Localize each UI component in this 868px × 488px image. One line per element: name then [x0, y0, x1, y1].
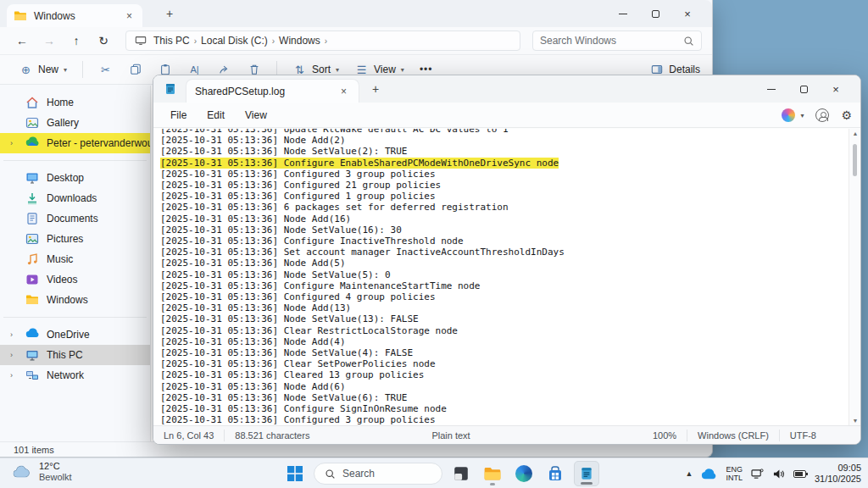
sidebar-item-windows[interactable]: Windows: [0, 290, 150, 310]
sidebar-item-peter-petervanderwoude-nl-corp[interactable]: ›Peter - petervanderwoude.nl corp: [0, 133, 150, 153]
sidebar-item-label: Documents: [47, 213, 98, 225]
line-ending-label: Windows (CRLF): [687, 430, 780, 441]
log-line: [2025-10-31 05:13:36] Node SetValue(13):…: [160, 313, 849, 324]
onedrive-corp-icon: [25, 136, 39, 150]
sidebar-item-pictures[interactable]: Pictures: [0, 229, 150, 249]
log-line: [2025-10-31 05:13:36] 6 packages set for…: [160, 202, 849, 213]
minimize-button[interactable]: [607, 0, 639, 27]
gear-icon[interactable]: ⚙: [841, 108, 852, 122]
new-tab-button[interactable]: +: [166, 7, 173, 20]
character-count-label: 88.521 characters: [225, 430, 320, 441]
language-indicator[interactable]: ENG INTL: [726, 465, 743, 482]
tab-close-icon[interactable]: ×: [123, 10, 136, 22]
sidebar-item-downloads[interactable]: Downloads: [0, 188, 150, 208]
menu-view[interactable]: View: [235, 106, 277, 125]
zoom-level-label: 100%: [643, 430, 687, 441]
log-line: [2025-10-31 05:13:36] Node Add(13): [160, 302, 849, 313]
sidebar-item-label: Peter - petervanderwoude.nl corp: [47, 137, 151, 149]
log-line: [2025-10-31 05:13:36] Update RtcWake def…: [160, 129, 849, 135]
back-icon[interactable]: ←: [10, 30, 34, 51]
document-type-label: Plain text: [421, 430, 480, 441]
maximize-button[interactable]: [787, 75, 820, 103]
battery-icon[interactable]: [793, 470, 806, 478]
breadcrumb-segment[interactable]: Local Disk (C:): [197, 35, 272, 47]
active-indicator: [581, 482, 593, 485]
refresh-icon[interactable]: ↻: [92, 30, 115, 51]
music-icon: [25, 252, 39, 266]
sidebar-item-home[interactable]: Home: [0, 92, 150, 113]
scroll-down-icon[interactable]: ▼: [849, 418, 861, 424]
sidebar-item-desktop[interactable]: Desktop: [0, 168, 150, 188]
edge-taskbar-icon[interactable]: [511, 461, 537, 486]
close-button[interactable]: ×: [820, 75, 852, 103]
sidebar-item-this-pc[interactable]: ›This PC: [0, 345, 150, 365]
up-icon[interactable]: ↑: [64, 30, 88, 51]
expand-chevron-icon[interactable]: ›: [10, 351, 13, 359]
expand-chevron-icon[interactable]: ›: [10, 371, 13, 380]
notepad-tab[interactable]: SharedPCSetup.log ×: [186, 79, 359, 103]
log-line: [2025-10-31 05:13:36] Clear RestrictLoca…: [160, 325, 849, 336]
expand-chevron-icon[interactable]: ›: [10, 139, 13, 147]
hidden-icons-chevron[interactable]: ▲: [686, 469, 693, 478]
breadcrumb-segment[interactable]: This PC: [149, 35, 194, 47]
log-line: [2025-10-31 05:13:36] Cleared 13 group p…: [160, 369, 849, 380]
copilot-icon[interactable]: [782, 108, 795, 122]
downloads-icon: [25, 191, 39, 205]
log-line: [2025-10-31 05:13:36] Configure Maintena…: [160, 280, 849, 291]
maximize-button[interactable]: [639, 0, 671, 27]
scrollbar-thumb[interactable]: [853, 144, 857, 176]
forward-icon[interactable]: →: [37, 30, 61, 51]
file-explorer-taskbar-icon[interactable]: [480, 461, 505, 486]
log-line: [2025-10-31 05:13:36] Node Add(16): [160, 214, 849, 225]
notepad-text-area[interactable]: [2025-10-31 05:13:36] Update RtcWake def…: [153, 129, 849, 425]
sidebar-item-documents[interactable]: Documents: [0, 208, 150, 229]
explorer-search-box[interactable]: Search Windows: [532, 30, 702, 51]
minimize-button[interactable]: [755, 75, 787, 103]
weather-widget[interactable]: 12°C Bewolkt: [12, 461, 72, 483]
sidebar-item-onedrive[interactable]: ›OneDrive: [0, 324, 150, 345]
log-line: [2025-10-31 05:13:36] Configure EnableSh…: [160, 158, 849, 169]
new-button[interactable]: ⊕ New ▾: [12, 59, 74, 80]
breadcrumb-separator-icon[interactable]: ›: [325, 36, 327, 46]
sidebar-item-label: Home: [47, 97, 74, 108]
sidebar-item-gallery[interactable]: Gallery: [0, 113, 150, 133]
start-button[interactable]: [282, 461, 308, 486]
notepad-taskbar-icon[interactable]: [574, 461, 599, 486]
menu-file[interactable]: File: [160, 106, 197, 125]
cut-button[interactable]: ✂: [92, 59, 120, 80]
copy-button[interactable]: [121, 59, 149, 80]
address-bar[interactable]: This PC›Local Disk (C:)›Windows›: [125, 30, 520, 51]
notepad-app-icon: [164, 82, 177, 96]
more-options-button[interactable]: •••: [413, 64, 440, 75]
onedrive-icon: [25, 328, 39, 341]
task-view-button[interactable]: [448, 461, 474, 486]
breadcrumb-segment[interactable]: Windows: [275, 35, 325, 47]
network-icon[interactable]: [751, 469, 764, 480]
this-pc-icon: [133, 34, 147, 48]
onedrive-tray-icon[interactable]: [701, 469, 717, 480]
volume-icon[interactable]: [772, 469, 785, 480]
sidebar-item-network[interactable]: ›Network: [0, 365, 150, 385]
tab-close-icon[interactable]: ×: [337, 86, 350, 97]
home-icon: [25, 96, 39, 109]
explorer-window-controls: ×: [607, 0, 704, 27]
chevron-down-icon[interactable]: ▾: [800, 112, 804, 119]
taskbar-search-box[interactable]: Search: [314, 463, 442, 485]
close-button[interactable]: ×: [671, 0, 704, 27]
scroll-up-icon[interactable]: ▲: [849, 130, 861, 136]
explorer-search-placeholder: Search Windows: [540, 35, 683, 47]
account-icon[interactable]: [815, 108, 829, 122]
vertical-scrollbar[interactable]: ▲ ▼: [849, 129, 860, 425]
explorer-tab-windows[interactable]: Windows ×: [7, 4, 142, 27]
log-line: [2025-10-31 05:13:36] Node Add(2): [160, 135, 849, 146]
new-tab-button[interactable]: +: [372, 82, 379, 96]
sidebar-item-music[interactable]: Music: [0, 249, 150, 269]
expand-chevron-icon[interactable]: ›: [10, 330, 13, 339]
sidebar-item-videos[interactable]: Videos: [0, 269, 150, 290]
store-taskbar-icon[interactable]: [542, 461, 568, 486]
menu-edit[interactable]: Edit: [197, 106, 235, 125]
new-button-label: New: [38, 64, 58, 75]
cloud-icon: [12, 465, 32, 479]
folder-icon: [25, 293, 39, 307]
clock-widget[interactable]: 09:05 31/10/2025: [815, 463, 861, 485]
